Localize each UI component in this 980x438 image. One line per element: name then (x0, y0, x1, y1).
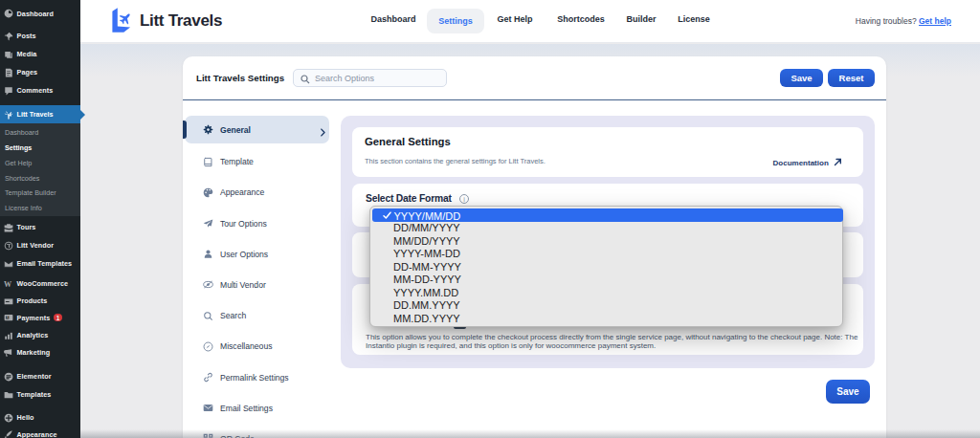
svg-text:W: W (4, 279, 11, 288)
svg-text:$: $ (6, 316, 8, 319)
